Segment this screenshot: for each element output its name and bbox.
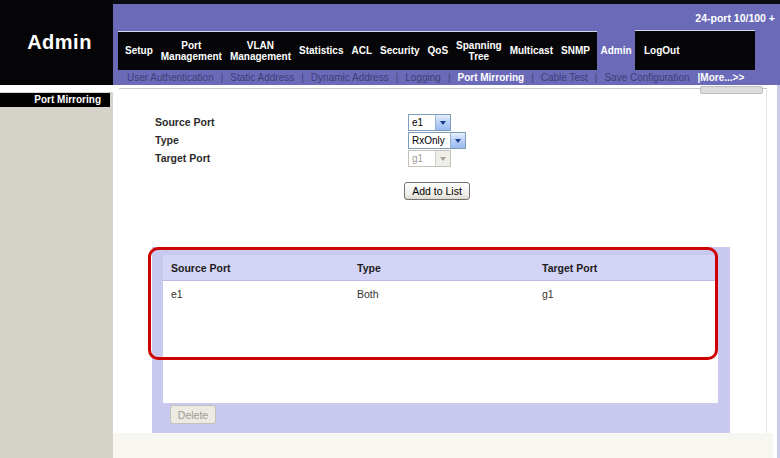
subnav-separator: | (595, 72, 598, 83)
sidebar: Port Mirroring (0, 85, 113, 458)
port-mirroring-page: 24-port 10/100 + Admin Setup PortManagem… (0, 0, 780, 458)
column-type: Type (357, 262, 381, 274)
mirror-list: Source Port Type Target Port e1 Both g1 (163, 255, 718, 403)
content-top-divider (119, 88, 767, 89)
main-nav: Setup PortManagement VLANManagement Stat… (118, 31, 597, 70)
nav-item-logout[interactable]: LogOut (635, 30, 755, 70)
subnav-static-address[interactable]: Static Address (230, 72, 294, 83)
delete-button[interactable]: Delete (170, 405, 216, 424)
subnav-user-authentication[interactable]: User Authentication (127, 72, 214, 83)
subnav-separator: | (301, 72, 304, 83)
nav-item-qos[interactable]: QoS (425, 45, 452, 57)
source-port-label: Source Port (155, 116, 215, 128)
subnav-dynamic-address[interactable]: Dynamic Address (311, 72, 389, 83)
subnav-logging[interactable]: Logging (405, 72, 441, 83)
divider-bar (700, 86, 763, 94)
content-area: Source Port Type Target Port e1 RxOnly g… (113, 85, 780, 458)
type-select[interactable]: RxOnly (408, 132, 466, 149)
chevron-down-icon (435, 151, 450, 166)
chevron-down-icon (435, 115, 450, 130)
source-port-select[interactable]: e1 (408, 114, 451, 131)
nav-item-vlan-management[interactable]: VLANManagement (227, 40, 294, 63)
table-row[interactable]: e1 Both g1 (163, 288, 718, 302)
nav-item-spanning-tree[interactable]: SpanningTree (453, 40, 505, 63)
nav-item-snmp[interactable]: SNMP (558, 45, 593, 57)
type-label: Type (155, 134, 179, 146)
sidebar-section-label: Port Mirroring (0, 93, 110, 107)
nav-item-port-management[interactable]: PortManagement (158, 40, 225, 63)
target-port-label: Target Port (155, 152, 210, 164)
mirror-list-panel: Source Port Type Target Port e1 Both g1 … (152, 247, 730, 433)
subnav-more[interactable]: |More...>> (698, 72, 745, 83)
sidebar-background (0, 92, 113, 458)
subnav-separator: | (531, 72, 534, 83)
nav-item-setup[interactable]: Setup (122, 45, 156, 57)
add-to-list-button[interactable]: Add to List (404, 182, 470, 200)
subnav-save-configuration[interactable]: Save Configuration (604, 72, 689, 83)
page-title-box: Admin (0, 0, 113, 85)
mirror-list-header: Source Port Type Target Port (163, 255, 718, 281)
nav-item-multicast[interactable]: Multicast (507, 45, 556, 57)
chevron-down-icon (450, 133, 465, 148)
nav-item-acl[interactable]: ACL (349, 45, 376, 57)
sub-nav: User Authentication | Static Address | D… (113, 70, 780, 85)
subnav-separator: | (396, 72, 399, 83)
nav-item-admin-active[interactable]: Admin (597, 31, 635, 70)
target-port-select-disabled: g1 (408, 150, 451, 167)
subnav-separator: | (448, 72, 451, 83)
nav-item-statistics[interactable]: Statistics (296, 45, 346, 57)
device-model-label: 24-port 10/100 + (695, 12, 775, 24)
subnav-port-mirroring-active[interactable]: Port Mirroring (457, 72, 524, 83)
subnav-cable-test[interactable]: Cable Test (541, 72, 588, 83)
nav-item-security[interactable]: Security (377, 45, 422, 57)
column-source-port: Source Port (171, 262, 231, 274)
subnav-separator: | (221, 72, 224, 83)
content-bottom-strip (113, 433, 773, 458)
content-right-border (766, 90, 767, 458)
column-target-port: Target Port (542, 262, 597, 274)
page-title: Admin (21, 31, 92, 54)
